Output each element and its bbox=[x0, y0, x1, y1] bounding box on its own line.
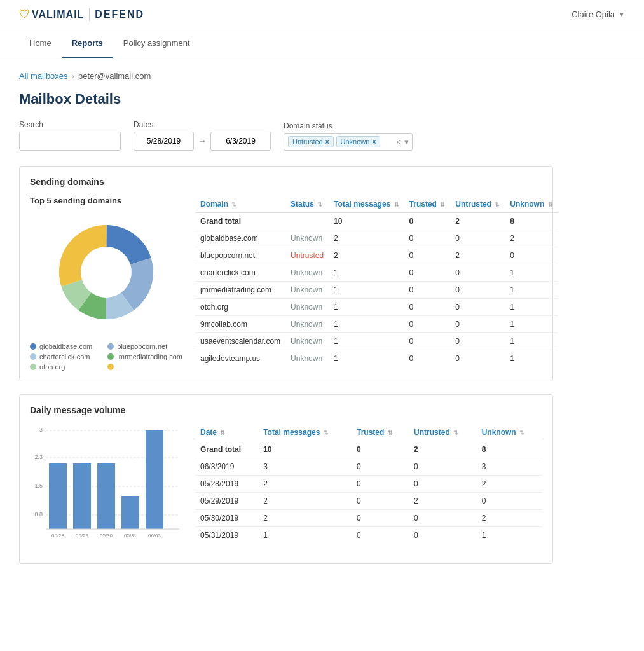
cell-total: 2 bbox=[329, 230, 404, 247]
dates-group: Dates → bbox=[134, 120, 271, 151]
main-content: All mailboxes › peter@valimail.com Mailb… bbox=[0, 58, 572, 589]
cell-daily-trusted: 0 bbox=[352, 458, 409, 476]
legend-dot-2 bbox=[107, 343, 114, 350]
th-daily-total[interactable]: Total messages ⇅ bbox=[258, 424, 352, 441]
bar-06-03 bbox=[146, 430, 163, 529]
cell-trusted: 0 bbox=[404, 264, 451, 282]
cell-daily-unknown: 2 bbox=[477, 476, 542, 493]
dates-label: Dates bbox=[134, 120, 271, 129]
user-menu[interactable]: Claire Opila ▼ bbox=[572, 10, 625, 19]
bar-chart-area: 3 2.3 1.5 0.8 bbox=[30, 424, 182, 553]
cell-trusted: 0 bbox=[404, 333, 451, 350]
domain-status-controls: × ▼ bbox=[396, 137, 410, 147]
sending-domains-table-area: Domain ⇅ Status ⇅ Total messages ⇅ Trust… bbox=[195, 196, 558, 367]
y-label-3: 3 bbox=[39, 427, 43, 433]
cell-domain: usaeventscalendar.com bbox=[195, 333, 285, 350]
domain-status-box[interactable]: Untrusted × Unknown × × ▼ bbox=[284, 133, 413, 151]
nav-item-reports[interactable]: Reports bbox=[62, 29, 113, 58]
th-untrusted[interactable]: Untrusted ⇅ bbox=[450, 196, 505, 213]
cell-status: Unknown bbox=[285, 350, 329, 367]
cell-daily-trusted: 0 bbox=[352, 493, 409, 510]
legend-item-4: jmrmediatrading.com bbox=[107, 353, 182, 360]
cell-daily-untrusted: 0 bbox=[409, 527, 477, 544]
th-date[interactable]: Date ⇅ bbox=[195, 424, 258, 441]
cell-daily-untrusted: 2 bbox=[409, 493, 477, 510]
cell-total: 10 bbox=[329, 213, 404, 230]
table-row: bluepopcorn.net Untrusted 2 0 2 0 bbox=[195, 247, 558, 264]
th-daily-trusted[interactable]: Trusted ⇅ bbox=[352, 424, 409, 441]
domain-status-label: Domain status bbox=[284, 121, 413, 130]
th-unknown[interactable]: Unknown ⇅ bbox=[505, 196, 558, 213]
th-domain[interactable]: Domain ⇅ bbox=[195, 196, 285, 213]
cell-domain: bluepopcorn.net bbox=[195, 247, 285, 264]
cell-daily-untrusted: 2 bbox=[409, 441, 477, 458]
table-row: 05/29/2019 2 0 2 0 bbox=[195, 493, 542, 510]
domain-status-chevron[interactable]: ▼ bbox=[403, 139, 409, 146]
cell-status: Unknown bbox=[285, 299, 329, 316]
legend-label-5: otoh.org bbox=[39, 363, 65, 371]
sending-domains-table: Domain ⇅ Status ⇅ Total messages ⇅ Trust… bbox=[195, 196, 558, 367]
nav-item-policy-assignment[interactable]: Policy assignment bbox=[113, 29, 200, 58]
cell-daily-unknown: 2 bbox=[477, 510, 542, 527]
legend-label-3: charterclick.com bbox=[39, 353, 90, 360]
table-row: 05/28/2019 2 0 0 2 bbox=[195, 476, 542, 493]
filters-bar: Search Dates → Domain status Untrusted × bbox=[19, 120, 553, 151]
domain-status-clear[interactable]: × bbox=[396, 137, 401, 147]
bar-05-30 bbox=[97, 463, 115, 529]
cell-untrusted: 0 bbox=[450, 350, 505, 367]
cell-untrusted: 0 bbox=[450, 333, 505, 350]
cell-domain: 9mcollab.com bbox=[195, 316, 285, 333]
legend-item-6 bbox=[107, 363, 182, 371]
table-row: 9mcollab.com Unknown 1 0 0 1 bbox=[195, 316, 558, 333]
breadcrumb: All mailboxes › peter@valimail.com bbox=[19, 71, 553, 81]
th-daily-unknown[interactable]: Unknown ⇅ bbox=[477, 424, 542, 441]
nav-item-home[interactable]: Home bbox=[19, 29, 62, 58]
sort-icon-daily-unknown: ⇅ bbox=[519, 430, 524, 436]
cell-date: Grand total bbox=[195, 441, 258, 458]
x-label-1: 05/28 bbox=[51, 533, 65, 538]
search-label: Search bbox=[19, 120, 121, 129]
th-daily-untrusted[interactable]: Untrusted ⇅ bbox=[409, 424, 477, 441]
daily-volume-section: Daily message volume 3 2.3 1.5 0.8 bbox=[19, 394, 553, 564]
cell-trusted: 0 bbox=[404, 247, 451, 264]
cell-daily-untrusted: 0 bbox=[409, 476, 477, 493]
tag-unknown-remove[interactable]: × bbox=[372, 139, 376, 146]
search-input[interactable] bbox=[19, 132, 121, 151]
sort-icon-daily-untrusted: ⇅ bbox=[453, 430, 458, 436]
sort-icon-unknown: ⇅ bbox=[548, 202, 553, 208]
breadcrumb-all-mailboxes[interactable]: All mailboxes bbox=[19, 71, 68, 81]
cell-daily-trusted: 0 bbox=[352, 510, 409, 527]
cell-daily-untrusted: 0 bbox=[409, 458, 477, 476]
legend-dot-4 bbox=[107, 353, 114, 360]
sending-domains-section: Sending domains Top 5 sending domains bbox=[19, 166, 553, 381]
tag-untrusted-label: Untrusted bbox=[292, 138, 323, 146]
table-row: usaeventscalendar.com Unknown 1 0 0 1 bbox=[195, 333, 558, 350]
x-label-5: 06/03 bbox=[148, 533, 161, 538]
cell-untrusted: 2 bbox=[450, 213, 505, 230]
legend-label-2: bluepopcorn.net bbox=[117, 343, 167, 350]
sort-icon-date: ⇅ bbox=[220, 430, 225, 436]
cell-total: 1 bbox=[329, 316, 404, 333]
th-trusted[interactable]: Trusted ⇅ bbox=[404, 196, 451, 213]
logo-divider bbox=[89, 8, 90, 21]
tag-untrusted-remove[interactable]: × bbox=[325, 139, 329, 146]
cell-untrusted: 0 bbox=[450, 316, 505, 333]
cell-untrusted: 0 bbox=[450, 230, 505, 247]
dates-container: → bbox=[134, 132, 271, 151]
cell-daily-total: 10 bbox=[258, 441, 352, 458]
th-total[interactable]: Total messages ⇅ bbox=[329, 196, 404, 213]
cell-daily-unknown: 8 bbox=[477, 441, 542, 458]
cell-domain: agiledevteamp.us bbox=[195, 350, 285, 367]
cell-daily-total: 2 bbox=[258, 476, 352, 493]
table-row: 05/30/2019 2 0 0 2 bbox=[195, 510, 542, 527]
breadcrumb-current: peter@valimail.com bbox=[78, 71, 151, 81]
daily-volume-table: Date ⇅ Total messages ⇅ Trusted ⇅ Untrus… bbox=[195, 424, 542, 544]
cell-untrusted: 2 bbox=[450, 247, 505, 264]
date-from-input[interactable] bbox=[134, 132, 194, 151]
sort-icon-trusted: ⇅ bbox=[440, 202, 445, 208]
header: 🛡 VALIMAIL DEFEND Claire Opila ▼ bbox=[0, 0, 644, 29]
legend-item-3: charterclick.com bbox=[30, 353, 97, 360]
date-to-input[interactable] bbox=[210, 132, 271, 151]
table-row: jmrmediatrading.com Unknown 1 0 0 1 bbox=[195, 282, 558, 299]
th-status[interactable]: Status ⇅ bbox=[285, 196, 329, 213]
